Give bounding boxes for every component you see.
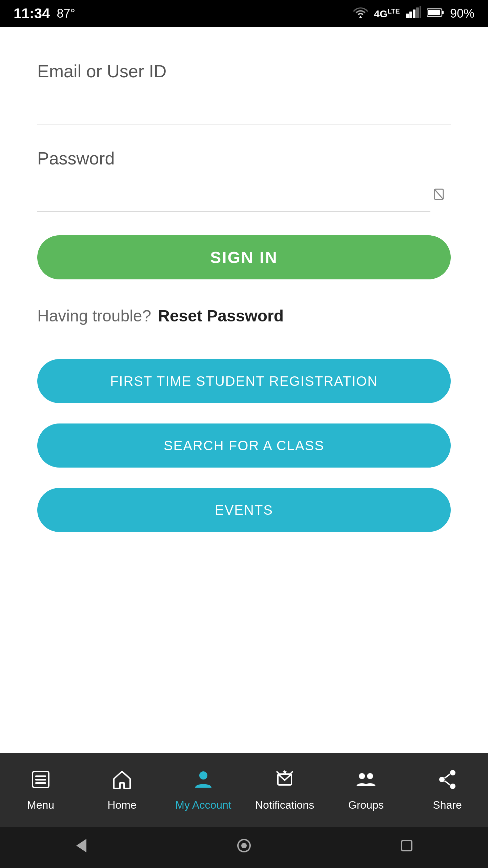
svg-point-17 [367,773,373,779]
svg-rect-4 [420,6,421,18]
share-icon [436,769,458,795]
email-label: Email or User ID [37,61,451,81]
nav-item-share[interactable]: Share [417,769,478,811]
svg-rect-2 [413,9,415,18]
events-button[interactable]: EVENTS [37,488,451,532]
svg-point-25 [241,843,247,848]
nav-item-notifications[interactable]: Notifications [254,769,315,811]
password-form-group: Password [37,148,451,212]
menu-icon [30,769,52,795]
status-temperature: 87° [57,6,75,21]
svg-rect-0 [406,14,409,18]
signal-icon [406,6,421,21]
svg-rect-13 [35,782,46,784]
my-account-icon [192,769,214,795]
nav-label-notifications: Notifications [255,799,314,811]
status-bar-left: 11:34 87° [14,5,75,22]
trouble-row: Having trouble? Reset Password [37,307,451,325]
wifi-icon [353,6,368,21]
main-content: Email or User ID Password SIGN IN Having… [0,27,488,753]
bottom-nav: Menu Home My Account [0,753,488,827]
nav-item-my-account[interactable]: My Account [173,769,234,811]
notifications-icon [274,769,296,795]
svg-rect-7 [428,10,440,15]
status-bar-right: 4GLTE 90% [353,6,474,21]
status-bar: 11:34 87° 4GLTE [0,0,488,27]
svg-rect-11 [35,775,46,777]
password-label: Password [37,148,451,169]
sign-in-button[interactable]: SIGN IN [37,235,451,279]
home-button[interactable] [236,837,252,858]
groups-icon [355,769,377,795]
nav-label-groups: Groups [348,799,384,811]
svg-rect-6 [442,11,444,14]
svg-line-21 [445,774,450,778]
android-nav-bar [0,827,488,868]
trouble-text: Having trouble? [37,307,151,325]
search-for-class-button[interactable]: SEARCH FOR A CLASS [37,423,451,468]
nav-label-my-account: My Account [175,799,231,811]
nav-item-menu[interactable]: Menu [10,769,71,811]
svg-line-9 [434,189,443,199]
svg-point-20 [450,784,455,789]
svg-point-14 [199,771,207,780]
first-time-registration-button[interactable]: FIRST TIME STUDENT REGISTRATION [37,359,451,403]
status-time: 11:34 [14,5,50,22]
email-form-group: Email or User ID [37,61,451,124]
svg-point-18 [450,770,455,775]
svg-marker-23 [76,839,86,852]
svg-rect-26 [402,841,412,851]
svg-point-16 [359,773,365,779]
recents-button[interactable] [398,837,415,858]
home-icon [111,769,133,795]
svg-rect-12 [35,779,46,781]
nav-item-groups[interactable]: Groups [336,769,396,811]
password-wrapper [37,179,451,212]
nav-item-home[interactable]: Home [92,769,152,811]
reset-password-link[interactable]: Reset Password [158,307,284,325]
nav-label-share: Share [433,799,462,811]
svg-point-19 [439,777,445,782]
battery-percentage: 90% [450,6,474,21]
password-input[interactable] [37,179,430,212]
nav-label-home: Home [107,799,136,811]
svg-rect-3 [416,7,419,18]
svg-rect-1 [409,12,412,18]
password-visibility-toggle[interactable] [430,186,447,205]
email-input[interactable] [37,92,451,124]
nav-label-menu: Menu [27,799,54,811]
svg-line-22 [445,781,450,785]
cellular-icon: 4GLTE [374,7,400,20]
battery-icon [427,6,444,21]
back-button[interactable] [73,837,90,858]
